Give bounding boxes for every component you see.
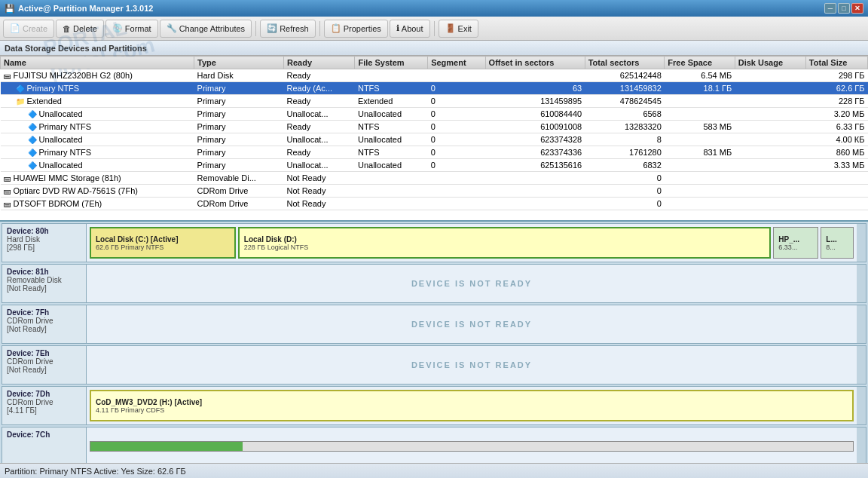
row-segment: 0 [428,82,485,95]
properties-label: Properties [344,24,381,33]
partition-label: Local Disk (D:) [244,235,766,244]
row-total_size: 298 ГБ [805,69,867,82]
row-offset: 63 [485,82,585,95]
partition-block[interactable] [90,441,854,452]
partition-table[interactable]: Name Type Ready File System Segment Offs… [0,56,868,222]
row-free_space: 6.54 МБ [665,69,735,82]
row-total_size: 860 МБ [805,146,867,159]
row-free_space [665,185,735,198]
table-row[interactable]: 📁ExtendedPrimaryReadyExtended01314598954… [1,95,868,108]
about-button[interactable]: ℹ About [390,20,430,38]
table-row[interactable]: 🔷UnallocatedPrimaryUnallоcat...Unallocat… [1,133,868,146]
row-total_sectors: 625142448 [585,69,665,82]
table-row[interactable]: 🔷Primary NTFSPrimaryReady (Ac...NTFS0631… [1,82,868,95]
col-free-space: Free Space [665,57,735,69]
change-attr-icon: 🔧 [167,23,177,33]
device-size: [Not Ready] [7,366,81,374]
partition-label: L... [826,235,848,244]
not-ready-label: DEVICE IS NOT READY [90,308,854,340]
row-type: CDRom Drive [194,185,284,198]
row-free_space [665,108,735,121]
minimize-button[interactable]: ─ [824,3,836,14]
scrollbar-track [857,224,866,262]
device-size: [298 ГБ] [7,244,81,252]
row-free_space [665,133,735,146]
table-row[interactable]: 🔷UnallocatedPrimaryUnallоcat...Unallocat… [1,108,868,121]
create-button[interactable]: 📄 Create [3,20,54,38]
partition-block[interactable]: HP_... 6.33... [773,227,818,259]
breadcrumb: Data Storage Devices and Partitions PORT… [0,41,868,56]
device-partitions: CoD_MW3_DVD2 (H:) [Active] 4.11 ГБ Prima… [87,387,857,424]
row-segment [428,172,485,185]
row-fs: Unallocated [355,133,428,146]
row-fs [355,172,428,185]
row-total_size: 6.33 ГБ [805,121,867,133]
row-total_sectors: 6568 [585,108,665,121]
row-total_sectors: 13283320 [585,121,665,133]
device-size: [Not Ready] [7,284,81,293]
row-free_space: 583 МБ [665,121,735,133]
device-type: CDRom Drive [7,357,81,366]
scrollbar-track [857,346,866,384]
partition-block[interactable]: L... 8... [821,227,854,259]
partition-block[interactable]: Local Disk (D:) 228 ГБ Logical NTFS [238,227,772,259]
close-button[interactable]: ✕ [851,3,863,14]
toolbar: 📄 Create 🗑 Delete 💿 Format 🔧 Change Attr… [0,17,868,41]
row-offset: 625135616 [485,159,585,172]
device-panel: Device: 7Eh CDRom Drive [Not Ready] DEVI… [2,345,866,385]
row-total_sectors: 131459832 [585,82,665,95]
device-info: Device: 80h Hard Disk [298 ГБ] [2,224,87,262]
row-type: Primary [194,121,284,133]
row-offset: 610084440 [485,108,585,121]
row-name: 🖴FUJITSU MHZ2320BH G2 (80h) [1,69,194,82]
row-total_sectors: 1761280 [585,146,665,159]
delete-icon: 🗑 [63,24,71,33]
table-row[interactable]: 🔷Primary NTFSPrimaryReadyNTFS06100910081… [1,121,868,133]
refresh-icon: 🔄 [267,23,277,33]
row-segment: 0 [428,159,485,172]
row-type: Primary [194,146,284,159]
row-disk_usage [735,95,805,108]
row-name: 🔷Primary NTFS [1,146,194,159]
row-offset [485,69,585,82]
table-row[interactable]: 🖴DTSOFT BDROM (7Eh)CDRom DriveNot Ready0 [1,198,868,210]
properties-button[interactable]: 📋 Properties [324,20,388,38]
change-attributes-button[interactable]: 🔧 Change Attributes [160,20,252,38]
scrollbar-track [857,265,866,302]
row-name: 📁Extended [1,95,194,108]
table-row[interactable]: 🖴HUAWEI MMC Storage (81h)Removable Di...… [1,172,868,185]
row-disk_usage [735,185,805,198]
partition-block[interactable]: CoD_MW3_DVD2 (H:) [Active] 4.11 ГБ Prima… [90,390,854,421]
table-row[interactable]: 🔷UnallocatedPrimaryUnallоcat...Unallocat… [1,159,868,172]
row-free_space: 18.1 ГБ [665,82,735,95]
device-panels[interactable]: Device: 80h Hard Disk [298 ГБ] Local Dis… [0,222,868,463]
format-button[interactable]: 💿 Format [105,20,158,38]
row-total_sectors: 0 [585,198,665,210]
device-info: Device: 7Dh CDRom Drive [4.11 ГБ] [2,387,87,424]
row-segment: 0 [428,133,485,146]
row-total_size [805,198,867,210]
row-name: 🔷Unallocated [1,108,194,121]
device-id: Device: 81h [7,268,81,276]
device-partitions: Local Disk (C:) [Active] 62.6 ГБ Primary… [87,224,857,262]
row-type: Primary [194,133,284,146]
breadcrumb-text: Data Storage Devices and Partitions [5,44,147,53]
row-total_sectors: 478624545 [585,95,665,108]
table-row[interactable]: 🖴FUJITSU MHZ2320BH G2 (80h)Hard DiskRead… [1,69,868,82]
refresh-button[interactable]: 🔄 Refresh [260,20,316,38]
row-fs [355,198,428,210]
row-ready: Not Ready [283,198,354,210]
device-type: CDRom Drive [7,317,81,325]
app-icon: 💾 [5,4,15,14]
row-total_size [805,185,867,198]
partition-block[interactable]: Local Disk (C:) [Active] 62.6 ГБ Primary… [90,227,236,259]
device-type: Removable Disk [7,276,81,284]
table-row[interactable]: 🖴Optiarc DVD RW AD-7561S (7Fh)CDRom Driv… [1,185,868,198]
table-row[interactable]: 🔷Primary NTFSPrimaryReadyNTFS06233743361… [1,146,868,159]
row-total_size: 228 ГБ [805,95,867,108]
exit-button[interactable]: 🚪 Exit [439,20,478,38]
maximize-button[interactable]: □ [838,3,850,14]
device-panel: Device: 81h Removable Disk [Not Ready] D… [2,264,866,303]
delete-button[interactable]: 🗑 Delete [56,20,104,38]
partition-label: CoD_MW3_DVD2 (H:) [Active] [96,398,848,406]
